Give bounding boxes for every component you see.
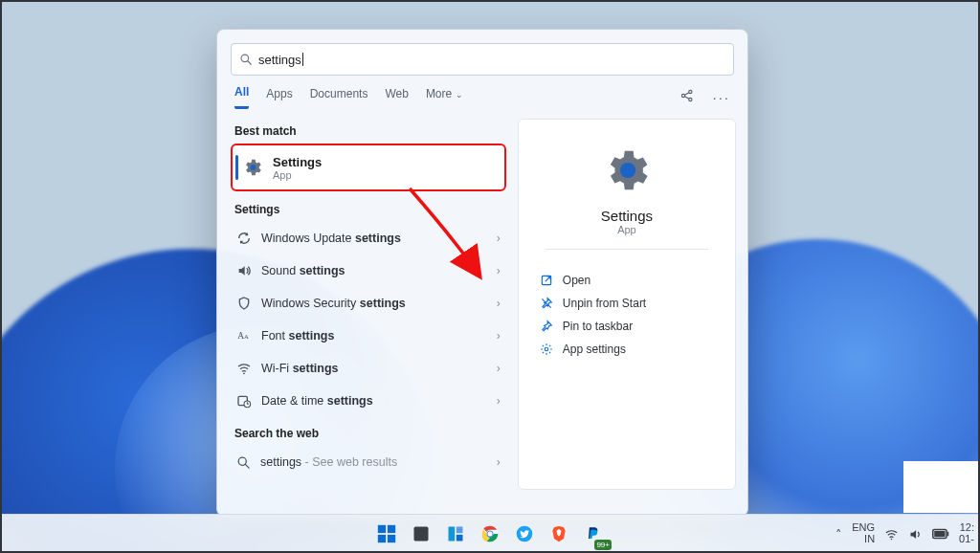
svg-rect-20 [388, 525, 395, 533]
svg-rect-34 [947, 532, 949, 537]
windows-icon [376, 523, 397, 544]
action-pin-taskbar[interactable]: Pin to taskbar [519, 315, 735, 338]
taskbar-chrome[interactable] [476, 520, 504, 548]
chevron-right-icon: › [497, 394, 501, 408]
result-label: Font settings [261, 329, 334, 343]
sync-icon [236, 231, 252, 246]
more-options-icon[interactable]: ··· [712, 89, 730, 105]
taskbar-twitter[interactable] [510, 520, 539, 548]
svg-rect-23 [414, 527, 429, 542]
tab-documents[interactable]: Documents [310, 87, 368, 108]
taskbar-file-explorer[interactable] [407, 520, 435, 548]
taskbar-center: 99+ [372, 520, 608, 548]
action-open[interactable]: Open [519, 269, 735, 292]
svg-rect-25 [457, 527, 463, 534]
start-search-flyout: settings All Apps Documents Web More ⌄ ·… [216, 29, 748, 517]
svg-line-5 [685, 93, 690, 96]
taskbar-widgets[interactable] [441, 520, 470, 548]
action-app-settings[interactable]: App settings [519, 338, 735, 361]
start-button[interactable] [372, 520, 401, 548]
calendar-clock-icon [236, 393, 252, 409]
svg-text:A: A [244, 333, 249, 340]
best-match-subtitle: App [273, 169, 322, 181]
twitter-icon [515, 524, 534, 543]
brave-icon [549, 524, 568, 543]
system-tray: ˄ ENG IN 12: 01- [835, 522, 974, 544]
section-settings: Settings [234, 203, 506, 216]
action-label: Open [563, 274, 590, 287]
chevron-right-icon: › [497, 264, 501, 277]
best-match-result[interactable]: Settings App [231, 144, 506, 191]
svg-point-29 [488, 532, 493, 537]
details-title: Settings [601, 208, 653, 224]
sound-icon [236, 263, 252, 278]
section-web: Search the web [234, 427, 506, 440]
clock[interactable]: 12: 01- [959, 522, 974, 544]
svg-rect-19 [378, 525, 386, 533]
svg-line-6 [685, 97, 690, 100]
chevron-right-icon: › [497, 232, 501, 245]
result-label: Wi-Fi settings [261, 362, 339, 375]
search-icon [239, 53, 253, 66]
result-sound[interactable]: Sound settings › [231, 254, 506, 287]
result-security[interactable]: Windows Security settings › [231, 287, 506, 320]
open-icon [540, 274, 553, 287]
selection-indicator [235, 155, 238, 180]
section-best-match: Best match [234, 124, 506, 138]
result-windows-update[interactable]: Windows Update settings › [231, 222, 506, 254]
taskbar-paypal[interactable]: 99+ [579, 520, 608, 548]
svg-rect-24 [449, 527, 456, 542]
svg-point-31 [891, 538, 893, 540]
action-label: Unpin from Start [563, 297, 646, 310]
result-label: Windows Security settings [261, 297, 406, 310]
chrome-icon [480, 524, 500, 543]
svg-text:A: A [237, 331, 244, 341]
action-unpin-start[interactable]: Unpin from Start [519, 292, 735, 315]
result-label: Sound settings [261, 264, 345, 277]
result-label: Date & time settings [261, 394, 373, 408]
result-label: settings - See web results [260, 455, 397, 469]
battery-icon[interactable] [932, 528, 949, 540]
action-label: App settings [563, 343, 626, 356]
tab-all[interactable]: All [234, 85, 249, 109]
explorer-icon [412, 524, 431, 543]
best-match-title: Settings [273, 155, 322, 169]
tray-overflow[interactable]: ˄ [835, 527, 842, 542]
taskbar-brave[interactable] [545, 520, 573, 548]
font-icon: AA [236, 328, 252, 343]
wifi-icon [236, 361, 252, 376]
sound-icon[interactable] [908, 527, 923, 542]
result-datetime[interactable]: Date & time settings › [231, 385, 506, 417]
svg-point-15 [620, 163, 635, 178]
result-web-search[interactable]: settings - See web results › [231, 446, 506, 478]
svg-rect-33 [934, 531, 945, 537]
result-wifi[interactable]: Wi-Fi settings › [231, 352, 506, 385]
taskbar: 99+ ˄ ENG IN 12: 01- [0, 514, 980, 553]
widgets-icon [446, 524, 465, 543]
search-icon [236, 455, 251, 470]
chevron-right-icon: › [497, 362, 501, 375]
svg-rect-22 [388, 535, 395, 542]
svg-line-1 [248, 61, 252, 65]
details-subtitle: App [617, 224, 636, 235]
gear-icon [540, 343, 553, 356]
details-panel: Settings App Open Unpin from Start Pin t… [518, 119, 736, 490]
gear-icon [242, 157, 263, 178]
results-column: Best match Settings App Settings Windows… [217, 109, 518, 499]
svg-point-7 [251, 165, 256, 170]
wifi-icon[interactable] [884, 527, 899, 542]
svg-point-10 [243, 372, 245, 374]
share-icon[interactable] [679, 88, 695, 106]
search-input[interactable]: settings [231, 43, 734, 76]
result-font[interactable]: AA Font settings › [231, 320, 506, 352]
pin-icon [540, 320, 553, 333]
tab-web[interactable]: Web [385, 87, 408, 108]
redaction-box [903, 461, 978, 513]
svg-rect-21 [378, 535, 386, 542]
tab-apps[interactable]: Apps [266, 87, 292, 108]
shield-icon [236, 296, 252, 311]
action-label: Pin to taskbar [563, 320, 633, 333]
tab-more[interactable]: More ⌄ [426, 87, 463, 108]
chevron-right-icon: › [497, 455, 501, 469]
language-indicator[interactable]: ENG IN [852, 522, 875, 544]
